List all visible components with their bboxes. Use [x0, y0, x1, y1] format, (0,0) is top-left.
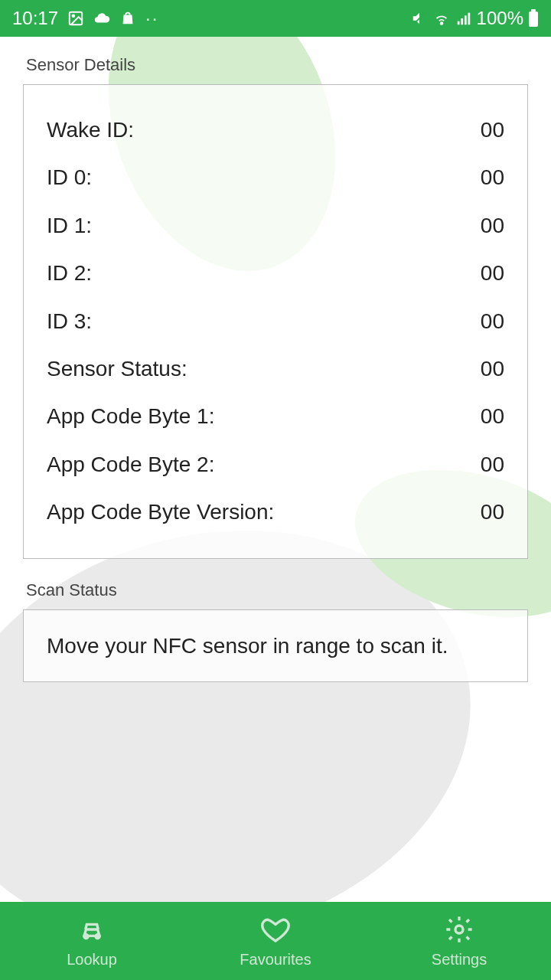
field-value: 00 — [481, 116, 504, 144]
field-row: App Code Byte 2:00 — [47, 441, 504, 488]
field-value: 00 — [481, 308, 504, 335]
field-label: App Code Byte Version: — [47, 498, 274, 526]
heart-icon — [260, 914, 291, 948]
svg-rect-7 — [468, 13, 470, 25]
svg-point-1 — [72, 15, 74, 17]
field-label: App Code Byte 1: — [47, 403, 214, 430]
bottom-nav: Lookup Favourites Settings — [0, 902, 551, 980]
field-value: 00 — [481, 355, 504, 383]
field-value: 00 — [481, 212, 504, 240]
field-value: 00 — [481, 498, 504, 526]
field-value: 00 — [481, 260, 504, 287]
nav-lookup[interactable]: Lookup — [0, 902, 184, 980]
nav-favourites[interactable]: Favourites — [184, 902, 367, 980]
field-row: Sensor Status:00 — [47, 345, 504, 393]
field-row: Wake ID:00 — [47, 106, 504, 154]
field-label: App Code Byte 2: — [47, 451, 214, 479]
nav-lookup-label: Lookup — [67, 951, 117, 969]
scan-status-card: Move your NFC sensor in range to scan it… — [23, 609, 528, 683]
sensor-details-title: Sensor Details — [23, 55, 528, 75]
field-label: Wake ID: — [47, 116, 134, 144]
battery-icon — [528, 9, 539, 28]
car-icon — [77, 914, 107, 948]
image-icon — [67, 10, 84, 27]
nav-settings[interactable]: Settings — [367, 902, 551, 980]
field-label: ID 1: — [47, 212, 92, 240]
status-bar: 10:17 ·· 100% — [0, 0, 551, 37]
signal-icon — [455, 10, 472, 27]
sensor-details-card: Wake ID:00ID 0:00ID 1:00ID 2:00ID 3:00Se… — [23, 84, 528, 559]
mute-icon — [411, 10, 428, 27]
svg-rect-6 — [465, 15, 467, 24]
field-row: App Code Byte 1:00 — [47, 393, 504, 440]
field-label: ID 3: — [47, 308, 92, 335]
field-row: ID 3:00 — [47, 298, 504, 345]
status-time: 10:17 — [12, 8, 58, 29]
field-row: App Code Byte Version:00 — [47, 488, 504, 536]
svg-rect-8 — [529, 11, 538, 27]
more-icon: ·· — [145, 8, 158, 29]
svg-rect-5 — [461, 18, 463, 24]
field-row: ID 2:00 — [47, 250, 504, 297]
scan-status-message: Move your NFC sensor in range to scan it… — [47, 632, 504, 661]
svg-point-12 — [455, 926, 463, 933]
field-value: 00 — [481, 451, 504, 479]
gear-icon — [444, 914, 474, 948]
nav-settings-label: Settings — [432, 951, 487, 969]
cloud-icon — [93, 10, 110, 27]
field-row: ID 1:00 — [47, 202, 504, 250]
field-value: 00 — [481, 164, 504, 191]
field-label: Sensor Status: — [47, 355, 187, 383]
field-label: ID 2: — [47, 260, 92, 287]
field-value: 00 — [481, 403, 504, 430]
battery-text: 100% — [477, 8, 523, 29]
field-label: ID 0: — [47, 164, 92, 191]
wifi-icon — [432, 10, 451, 27]
nav-favourites-label: Favourites — [240, 951, 311, 969]
field-row: ID 0:00 — [47, 154, 504, 201]
bag-icon — [119, 10, 136, 27]
svg-rect-4 — [457, 21, 459, 25]
scan-status-title: Scan Status — [23, 580, 528, 600]
svg-point-3 — [440, 22, 442, 24]
svg-rect-9 — [531, 9, 536, 11]
